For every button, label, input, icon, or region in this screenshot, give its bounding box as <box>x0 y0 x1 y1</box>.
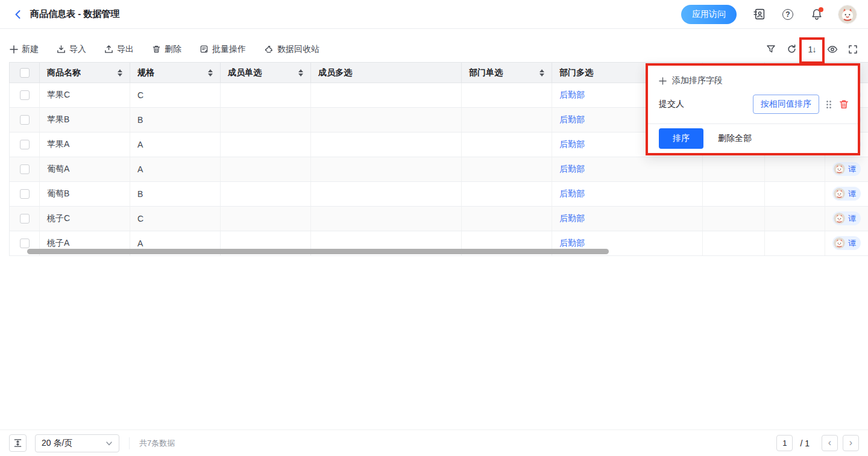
cell-dept_single <box>462 207 552 231</box>
column-label: 部门单选 <box>469 67 503 78</box>
submitter-chip[interactable]: 谭 <box>832 236 861 250</box>
cell-member_multi <box>311 83 462 108</box>
cell-member_multi <box>311 207 462 231</box>
cell-member_single <box>221 108 311 133</box>
sort-icon[interactable]: 1↓ <box>807 44 817 55</box>
cell-name: 葡萄A <box>40 157 130 182</box>
sort-confirm-button[interactable]: 排序 <box>659 128 703 149</box>
sort-carets-icon[interactable] <box>208 69 213 77</box>
column-header-name[interactable]: 商品名称 <box>40 63 130 83</box>
app-header: 商品信息表 - 数据管理 应用访问 ? <box>0 0 868 29</box>
current-page-box[interactable]: 1 <box>776 435 793 451</box>
sort-carets-icon[interactable] <box>298 69 303 77</box>
same-value-sort-button[interactable]: 按相同值排序 <box>753 95 819 114</box>
row-checkbox[interactable] <box>20 115 30 125</box>
select-all-checkbox[interactable] <box>20 68 30 78</box>
plus-icon <box>10 45 18 54</box>
cell-dept_multi: 后勤部 <box>552 207 703 231</box>
cell-member_multi <box>311 182 462 207</box>
footer-bar: 20 条/页 共7条数据 1 / 1 ‹ › <box>0 429 868 456</box>
back-button[interactable] <box>11 7 25 22</box>
page-size-select[interactable]: 20 条/页 <box>35 434 119 452</box>
delete-all-button[interactable]: 删除全部 <box>718 133 752 144</box>
cell-extra1 <box>703 157 765 182</box>
column-label: 成员单选 <box>228 67 262 78</box>
filter-icon[interactable] <box>766 44 776 55</box>
submitter-avatar <box>834 163 845 175</box>
row-checkbox[interactable] <box>20 189 30 199</box>
cell-member_multi <box>311 157 462 182</box>
row-checkbox[interactable] <box>20 239 30 248</box>
notification-badge <box>819 7 823 12</box>
submitter-chip[interactable]: 谭 <box>832 162 861 176</box>
submitter-avatar <box>834 188 845 199</box>
cell-spec: C <box>130 207 221 231</box>
app-access-button[interactable]: 应用访问 <box>681 5 737 24</box>
cell-name: 苹果A <box>40 133 130 157</box>
table-row: 葡萄AA后勤部谭 <box>10 157 868 182</box>
delete-button[interactable]: 删除 <box>152 44 181 55</box>
cell-member_single <box>221 83 311 108</box>
fullscreen-icon[interactable] <box>848 44 858 55</box>
import-button[interactable]: 导入 <box>57 44 86 55</box>
refresh-icon[interactable] <box>786 44 797 55</box>
cell-dept_multi: 后勤部 <box>552 182 703 207</box>
submitter-name: 谭 <box>848 238 856 249</box>
chevron-down-icon <box>105 440 113 447</box>
horizontal-scrollbar[interactable] <box>27 249 609 254</box>
next-page-button[interactable]: › <box>843 435 859 451</box>
cell-member_single <box>221 182 311 207</box>
drag-handle-icon[interactable] <box>826 101 831 108</box>
cell-extra2 <box>765 231 825 256</box>
department-tag-link[interactable]: 后勤部 <box>559 238 585 248</box>
department-tag-link[interactable]: 后勤部 <box>559 189 585 198</box>
cell-checkbox <box>10 133 40 157</box>
add-sort-field-button[interactable]: 添加排序字段 <box>648 66 858 86</box>
row-height-button[interactable] <box>9 434 27 452</box>
row-checkbox[interactable] <box>20 140 30 149</box>
sort-field-row: 提交人 按相同值排序 <box>648 86 858 114</box>
submitter-avatar <box>834 237 845 249</box>
department-tag-link[interactable]: 后勤部 <box>559 90 585 99</box>
action-toolbar: 新建 导入 导出 删除 批量操作 <box>0 29 868 62</box>
row-checkbox[interactable] <box>20 90 30 100</box>
table-row: 桃子CC后勤部谭 <box>10 207 868 231</box>
notification-icon[interactable] <box>810 8 823 21</box>
cell-checkbox <box>10 157 40 182</box>
batch-operation-button[interactable]: 批量操作 <box>200 44 246 55</box>
submitter-chip[interactable]: 谭 <box>832 211 861 225</box>
sort-carets-icon[interactable] <box>118 69 122 77</box>
row-checkbox[interactable] <box>20 214 30 223</box>
cell-spec: B <box>130 182 221 207</box>
column-label: 成员多选 <box>318 67 352 78</box>
department-tag-link[interactable]: 后勤部 <box>559 213 585 223</box>
remove-field-trash-icon[interactable] <box>838 99 849 110</box>
cell-checkbox <box>10 108 40 133</box>
recycle-bin-button[interactable]: 数据回收站 <box>264 44 319 55</box>
cell-member_single <box>221 133 311 157</box>
table-row: 葡萄BB后勤部谭 <box>10 182 868 207</box>
delete-icon <box>152 45 161 54</box>
export-button[interactable]: 导出 <box>104 44 134 55</box>
column-header-member_multi: 成员多选 <box>311 63 462 83</box>
sort-carets-icon[interactable] <box>539 69 544 77</box>
user-avatar[interactable] <box>838 5 857 24</box>
department-tag-link[interactable]: 后勤部 <box>559 139 585 149</box>
department-tag-link[interactable]: 后勤部 <box>559 114 585 124</box>
cell-dept_single <box>462 108 552 133</box>
column-header-spec[interactable]: 规格 <box>130 63 221 83</box>
submitter-chip[interactable]: 谭 <box>832 187 861 201</box>
eye-icon[interactable] <box>827 44 838 55</box>
row-checkbox[interactable] <box>20 164 30 174</box>
prev-page-button[interactable]: ‹ <box>822 435 838 451</box>
cell-extra2 <box>765 182 825 207</box>
column-header-checkbox[interactable] <box>10 63 40 83</box>
contacts-icon[interactable] <box>752 8 766 21</box>
column-header-member_single[interactable]: 成员单选 <box>221 63 311 83</box>
cell-extra2 <box>765 207 825 231</box>
department-tag-link[interactable]: 后勤部 <box>559 164 585 173</box>
new-record-button[interactable]: 新建 <box>10 44 39 55</box>
column-header-dept_single[interactable]: 部门单选 <box>462 63 552 83</box>
cell-checkbox <box>10 182 40 207</box>
help-icon[interactable]: ? <box>781 8 794 21</box>
